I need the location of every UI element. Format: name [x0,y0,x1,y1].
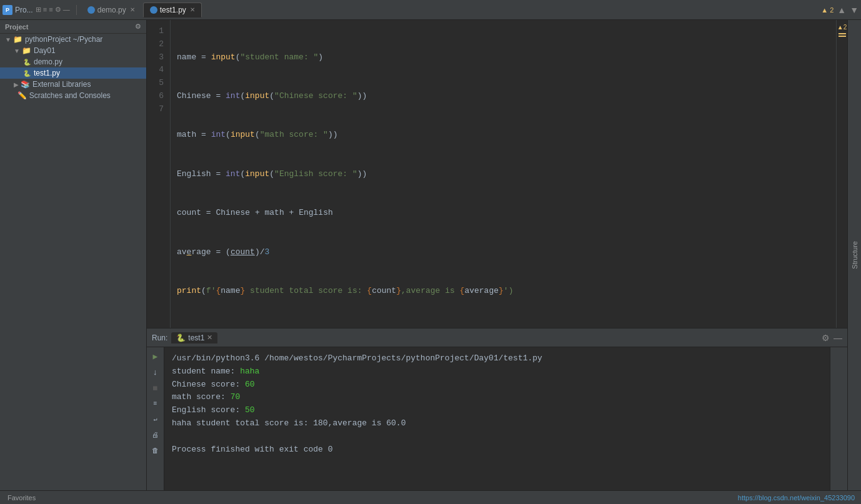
arrow-icon: ▼ [14,47,20,54]
run-output-line-6: haha student total score is: 180,average… [172,418,406,428]
favorites-label[interactable]: Favorites [6,490,37,505]
tree-label-day01: Day01 [34,46,56,55]
scratches-icon: ✏️ [17,91,27,100]
code-line-4: English = int(input("English score: ")) [177,168,841,181]
code-line-1: name = input("student name: ") [177,51,841,64]
arrow-icon: ▼ [5,36,11,43]
tab-test1-close[interactable]: ✕ [190,6,195,13]
folder-icon: 📁 [13,35,22,44]
tree-item-demo[interactable]: 🐍 demo.py [0,56,146,67]
tree-item-scratches[interactable]: ✏️ Scratches and Consoles [0,90,146,101]
status-right-text[interactable]: https://blog.csdn.net/weixin_45233090 [738,494,855,502]
project-icon: P [2,5,12,15]
py-file-active-icon: 🐍 [22,69,31,77]
run-scroll-down-button[interactable]: ↓ [149,366,162,378]
run-output-line-5: English score: 50 [172,405,255,415]
tree-item-external-libs[interactable]: ▶ 📚 External Libraries [0,79,146,90]
tree-label-test1: test1.py [34,69,60,77]
right-side-panel: Structure [847,20,861,490]
arrow-icon [14,92,16,99]
run-header: Run: 🐍 test1 ✕ ⚙ — [147,329,847,347]
tab-demo-label: demo.py [97,6,126,14]
run-scroll-lines-button[interactable]: ≡ [149,397,162,410]
run-left-toolbar: ▶ ↓ ◼ ≡ ↵ 🖨 🗑 [147,347,164,490]
sidebar-title: Project [5,23,28,31]
run-print-button[interactable]: 🖨 [149,428,162,441]
run-tab-py-icon: 🐍 [176,334,186,342]
code-editor[interactable]: 1 2 3 4 5 6 7 name = input("student name… [147,20,847,328]
tab-demo[interactable]: demo.py ✕ [81,2,142,17]
sidebar-header: Project ⚙ [0,20,146,34]
code-line-5: count = Chinese + math + English [177,207,841,220]
sidebar: Project ⚙ ▼ 📁 pythonProject ~/Pychar ▼ 📁… [0,20,147,490]
warning-marker-1 [839,33,846,34]
nav-up-button[interactable]: ▲ [837,5,846,15]
tab-demo-close[interactable]: ✕ [130,6,135,13]
run-play-button[interactable]: ▶ [149,350,162,363]
run-output-line-4: math score: 70 [172,392,240,402]
py-file-icon [87,6,95,14]
run-wrap-button[interactable]: ↵ [149,413,162,425]
main-content: Project ⚙ ▼ 📁 pythonProject ~/Pychar ▼ 📁… [0,20,861,490]
code-line-3: math = int(input("math score: ")) [177,129,841,142]
sidebar-settings-icon[interactable]: ⚙ [135,22,141,31]
code-line-7: print(f'{name} student total score is: {… [177,285,841,298]
run-output-line-8: Process finished with exit code 0 [172,445,332,454]
code-line-6: average = (count)/3 [177,246,841,259]
structure-tab-label[interactable]: Structure [850,237,860,273]
run-output-line-3: Chinese score: 60 [172,380,255,389]
tab-test1[interactable]: test1.py ✕ [143,2,202,17]
run-clear-button[interactable]: 🗑 [149,444,162,457]
external-libs-icon: 📚 [21,80,30,89]
run-panel: Run: 🐍 test1 ✕ ⚙ — ▶ ↓ ◼ ≡ ↵ [147,328,847,490]
tab-test1-label: test1.py [160,6,186,14]
py-file-icon-active [150,6,157,14]
project-selector[interactable]: P Pro... ⊞ ≡ ≡ ⚙ — [2,5,77,15]
line-numbers: 1 2 3 4 5 6 7 [147,20,171,328]
warning-marker-2 [839,36,846,37]
editor-area: 1 2 3 4 5 6 7 name = input("student name… [147,20,847,490]
tree-label-scratches: Scratches and Consoles [29,91,111,100]
code-content[interactable]: name = input("student name: ") Chinese =… [171,20,847,328]
run-output-line-1: /usr/bin/python3.6 /home/westos/PycharmP… [172,353,542,363]
run-settings-icon[interactable]: ⚙ [822,333,830,343]
code-line-2: Chinese = int(input("Chinese score: ")) [177,90,841,103]
nav-down-button[interactable]: ▼ [850,5,859,15]
run-tab-close[interactable]: ✕ [207,334,212,342]
tree-item-pythonproject[interactable]: ▼ 📁 pythonProject ~/Pychar [0,34,146,45]
run-output: /usr/bin/python3.6 /home/westos/PycharmP… [164,347,830,490]
warning-count: ▲ 2 [821,6,834,14]
run-right-toolbar [830,347,847,490]
tab-bar: demo.py ✕ test1.py ✕ [81,2,202,17]
run-actions: ⚙ — [822,333,842,343]
status-bar: Favorites https://blog.csdn.net/weixin_4… [0,490,861,504]
warning-count-bar: ▲2 [837,24,847,31]
arrow-icon: ▶ [14,81,19,88]
tree-item-day01[interactable]: ▼ 📁 Day01 [0,45,146,56]
run-output-line-2: student name: haha [172,367,259,376]
folder-icon: 📁 [22,46,31,55]
run-tab-test1[interactable]: 🐍 test1 ✕ [171,332,217,343]
tree-label-external-libs: External Libraries [32,80,91,89]
top-bar-actions: ▲ 2 ▲ ▼ [821,5,859,15]
run-stop-button[interactable]: ◼ [149,382,162,394]
tree-item-test1[interactable]: 🐍 test1.py [0,67,146,79]
py-file-icon: 🐍 [22,57,31,66]
top-bar: P Pro... ⊞ ≡ ≡ ⚙ — demo.py ✕ test1.py ✕ … [0,0,861,20]
run-minimize-icon[interactable]: — [834,333,842,343]
tree-label-pythonproject: pythonProject ~/Pychar [25,35,102,44]
run-label: Run: [152,334,167,342]
run-content: ▶ ↓ ◼ ≡ ↵ 🖨 🗑 /usr/bin/python3.6 /home/w… [147,347,847,490]
tree-label-demo: demo.py [34,57,62,66]
run-tab-label: test1 [188,334,204,342]
warning-bar: ▲2 [836,20,847,328]
project-label: Pro... [15,6,33,14]
